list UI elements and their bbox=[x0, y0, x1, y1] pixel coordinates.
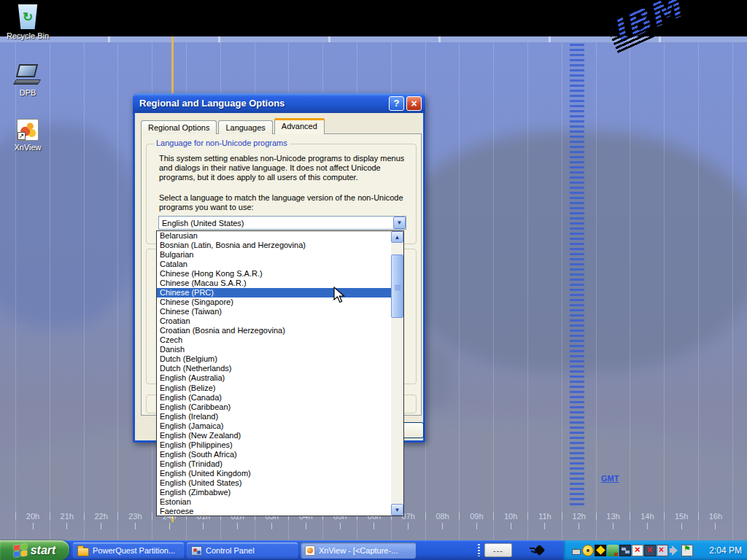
language-option[interactable]: Chinese (Taiwan) bbox=[157, 307, 391, 316]
network-icon[interactable] bbox=[619, 545, 631, 556]
dialog-titlebar[interactable]: Regional and Language Options ? × bbox=[133, 93, 425, 113]
tab[interactable]: Advanced bbox=[274, 118, 325, 134]
language-option[interactable]: English (Ireland) bbox=[157, 412, 391, 421]
group-description: This system setting enables non-Unicode … bbox=[159, 154, 413, 182]
task-icon bbox=[77, 548, 89, 556]
clock[interactable]: 2:04 PM bbox=[709, 540, 742, 560]
language-option[interactable]: Belarusian bbox=[157, 231, 391, 241]
tab[interactable]: Languages bbox=[218, 120, 272, 134]
volume-icon[interactable] bbox=[669, 545, 681, 556]
language-option[interactable]: English (Belize) bbox=[157, 384, 391, 393]
timezone-label: 12h bbox=[569, 512, 589, 529]
language-option[interactable]: English (Australia) bbox=[157, 373, 391, 383]
language-option[interactable]: English (United Kingdom) bbox=[157, 469, 391, 478]
language-option[interactable]: Danish bbox=[157, 345, 391, 354]
mail-icon[interactable] bbox=[595, 545, 606, 556]
timezone-label: 10h bbox=[500, 512, 521, 529]
timezone-label: 16h bbox=[705, 512, 726, 529]
start-button[interactable]: start bbox=[0, 540, 69, 560]
antivirus-icon[interactable] bbox=[582, 545, 594, 556]
taskbar: start PowerQuest Partition... Control Pa… bbox=[0, 540, 747, 560]
tab-strip: Regional OptionsLanguagesAdvanced bbox=[141, 119, 326, 134]
language-option[interactable]: Czech bbox=[157, 335, 391, 345]
language-option[interactable]: Catalan bbox=[157, 260, 391, 269]
combobox-value: English (United States) bbox=[159, 219, 393, 228]
tab[interactable]: Regional Options bbox=[141, 120, 217, 134]
messenger-offline-icon[interactable] bbox=[607, 545, 619, 556]
recycle-bin-icon: ↻ bbox=[17, 4, 39, 29]
language-option[interactable]: Chinese (Hong Kong S.A.R.) bbox=[157, 269, 391, 279]
wallpaper-hatch-band bbox=[570, 44, 584, 508]
language-option[interactable]: Chinese (Singapore) bbox=[157, 298, 391, 307]
icon-label: DPB bbox=[0, 88, 55, 97]
task-icon bbox=[305, 545, 315, 556]
desktop-icon-dpb[interactable]: DPB bbox=[0, 64, 55, 97]
language-option[interactable]: English (Zimbabwe) bbox=[157, 488, 391, 497]
task-button[interactable]: Control Panel bbox=[187, 542, 298, 559]
shortcut-arrow-icon: ↗ bbox=[18, 132, 26, 140]
partition-flag-icon[interactable] bbox=[681, 545, 693, 556]
icon-label: XnView bbox=[0, 143, 55, 152]
scroll-down-icon[interactable]: ▼ bbox=[391, 504, 403, 516]
desktop: GMT 20h21h22h23h24h01h02h03h04h05h06h07h… bbox=[0, 0, 747, 560]
language-option[interactable]: Estonian bbox=[157, 497, 391, 507]
task-button[interactable]: PowerQuest Partition... bbox=[73, 542, 184, 559]
language-option[interactable]: Bulgarian bbox=[157, 250, 391, 260]
group-instruction: Select a language to match the language … bbox=[159, 193, 413, 212]
language-option[interactable]: English (Jamaica) bbox=[157, 421, 391, 431]
language-option[interactable]: Croatian (Bosnia and Herzegovina) bbox=[157, 326, 391, 335]
language-option[interactable]: English (New Zealand) bbox=[157, 431, 391, 440]
language-option[interactable]: Croatian bbox=[157, 316, 391, 326]
language-option[interactable]: Dutch (Netherlands) bbox=[157, 364, 391, 373]
timezone-label: 14h bbox=[637, 512, 657, 529]
safely-remove-icon[interactable] bbox=[570, 545, 581, 556]
language-option[interactable]: English (Trinidad) bbox=[157, 459, 391, 469]
timezone-label: 22h bbox=[91, 512, 112, 529]
scroll-up-icon[interactable]: ▲ bbox=[391, 231, 403, 243]
taskbar-divider bbox=[478, 544, 480, 556]
task-buttons: PowerQuest Partition... Control Panel Xn… bbox=[73, 542, 416, 559]
language-dropdown-list: BelarusianBosnian (Latin, Bosnia and Her… bbox=[156, 230, 404, 516]
language-option[interactable]: English (United States) bbox=[157, 478, 391, 488]
language-option[interactable]: English (Caribbean) bbox=[157, 402, 391, 412]
group-box-caption: Language for non-Unicode programs bbox=[154, 139, 290, 147]
icon-label: Recycle Bin bbox=[0, 31, 55, 40]
timezone-label: 11h bbox=[535, 512, 555, 529]
list-scrollbar[interactable]: ▲ ▼ bbox=[391, 231, 403, 516]
scrollbar-thumb[interactable] bbox=[391, 254, 403, 318]
deskband-button[interactable]: --- bbox=[484, 543, 512, 557]
desktop-icon-recycle-bin[interactable]: ↻ Recycle Bin bbox=[0, 4, 55, 40]
task-button[interactable]: XnView - [<Capture-... bbox=[301, 542, 416, 559]
gmt-label: GMT bbox=[601, 474, 619, 483]
dialog-title: Regional and Language Options bbox=[139, 98, 387, 109]
close-icon[interactable]: × bbox=[406, 96, 422, 111]
system-tray: 2:04 PM bbox=[563, 540, 747, 560]
document-error-icon[interactable] bbox=[632, 545, 643, 556]
language-combobox[interactable]: English (United States) ▼ bbox=[158, 216, 406, 230]
display-error-icon[interactable] bbox=[644, 545, 656, 556]
timezone-label: 15h bbox=[671, 512, 692, 529]
timezone-label: 21h bbox=[57, 512, 77, 529]
task-icon bbox=[191, 546, 202, 556]
network-error-icon[interactable] bbox=[657, 545, 668, 556]
mouse-cursor bbox=[333, 287, 346, 304]
help-icon[interactable]: ? bbox=[389, 96, 404, 111]
language-option[interactable]: Chinese (Macau S.A.R.) bbox=[157, 279, 391, 288]
timezone-label: 08h bbox=[433, 512, 453, 529]
language-option[interactable]: English (Philippines) bbox=[157, 440, 391, 450]
laptop-icon bbox=[13, 64, 42, 86]
timezone-label: 13h bbox=[603, 512, 624, 529]
timezone-label: 20h bbox=[23, 512, 43, 529]
language-option[interactable]: Faeroese bbox=[157, 507, 391, 516]
language-option[interactable]: Chinese (PRC) bbox=[157, 288, 391, 298]
language-option[interactable]: Dutch (Belgium) bbox=[157, 354, 391, 364]
language-option[interactable]: English (South Africa) bbox=[157, 450, 391, 459]
language-option[interactable]: Bosnian (Latin, Bosnia and Herzegovina) bbox=[157, 241, 391, 250]
language-option[interactable]: English (Canada) bbox=[157, 393, 391, 402]
power-plug-icon[interactable] bbox=[530, 544, 549, 556]
windows-flag-icon bbox=[14, 543, 27, 557]
chevron-down-icon[interactable]: ▼ bbox=[393, 217, 406, 229]
timezone-label: 09h bbox=[466, 512, 487, 529]
xnview-icon: ↗ bbox=[17, 119, 39, 141]
desktop-icon-xnview[interactable]: ↗ XnView bbox=[0, 119, 55, 152]
